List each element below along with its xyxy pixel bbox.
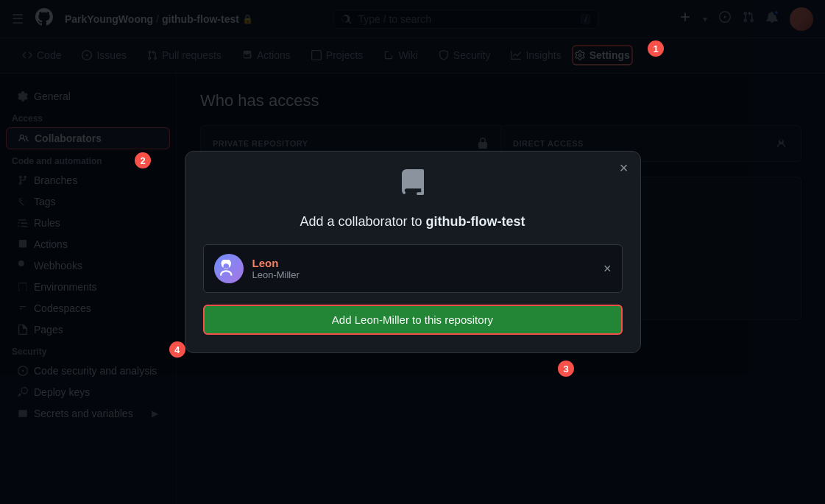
user-remove-button[interactable]: × bbox=[603, 261, 612, 277]
user-result-left: Leon Leon-Miller bbox=[214, 254, 300, 283]
user-handle: Leon-Miller bbox=[252, 269, 300, 280]
annotation-1: 1 bbox=[648, 40, 664, 57]
add-collab-button[interactable]: Add Leon-Miller to this repository bbox=[203, 305, 623, 335]
modal-repo-icon bbox=[203, 169, 623, 205]
user-avatar bbox=[214, 254, 244, 283]
user-result-box: Leon Leon-Miller × bbox=[203, 244, 623, 293]
modal-close-button[interactable]: × bbox=[620, 160, 629, 175]
modal: × Add a collaborator to github-flow-test… bbox=[185, 151, 641, 353]
user-name: Leon bbox=[252, 257, 300, 269]
user-info: Leon Leon-Miller bbox=[252, 257, 300, 280]
modal-title: Add a collaborator to github-flow-test bbox=[203, 214, 623, 230]
annotation-3: 3 bbox=[558, 361, 574, 377]
annotation-2: 2 bbox=[135, 152, 151, 168]
modal-repo-name: github-flow-test bbox=[426, 214, 525, 229]
modal-overlay: × Add a collaborator to github-flow-test… bbox=[0, 0, 825, 504]
annotation-4: 4 bbox=[169, 341, 185, 358]
